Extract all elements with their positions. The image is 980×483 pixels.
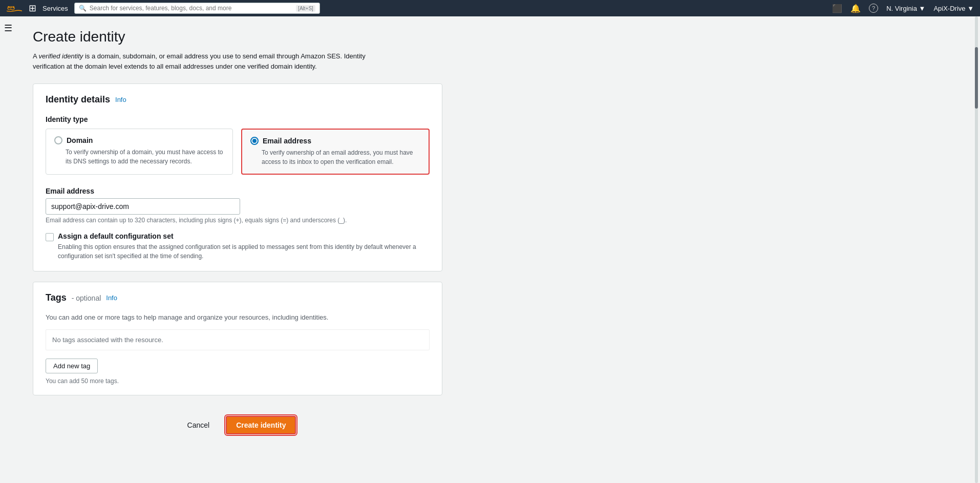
hamburger-icon: ☰ [4,23,12,33]
tags-description: You can add one or more tags to help man… [46,313,430,321]
email-radio-header: Email address [250,137,420,145]
grid-icon[interactable]: ⊞ [29,3,36,14]
email-radio-label: Email address [263,137,311,145]
identity-details-info-link[interactable]: Info [115,96,126,103]
config-set-checkbox[interactable] [46,233,54,241]
top-nav: aws ⊞ Services 🔍 [Alt+S] ⬛ 🔔 ? N. Virgin… [0,0,980,16]
domain-radio-button[interactable] [54,136,62,144]
tags-card: Tags - optional Info You can add one or … [33,282,442,395]
terminal-icon[interactable]: ⬛ [832,4,842,13]
domain-radio-desc: To verify ownership of a domain, you mus… [66,148,224,166]
search-icon: 🔍 [79,5,87,12]
svg-text:aws: aws [8,5,15,9]
cancel-button[interactable]: Cancel [179,417,218,433]
config-set-group: Assign a default configuration set Enabl… [46,232,430,261]
aws-logo[interactable]: aws [6,3,23,13]
footer-actions: Cancel Create identity [33,406,442,445]
email-address-hint: Email address can contain up to 320 char… [46,217,430,224]
tags-empty-message: No tags associated with the resource. [46,329,430,350]
bell-icon[interactable]: 🔔 [850,4,861,13]
help-icon[interactable]: ? [869,4,878,13]
config-set-label: Assign a default configuration set [58,232,430,240]
search-shortcut: [Alt+S] [296,5,315,12]
domain-radio-card[interactable]: Domain To verify ownership of a domain, … [46,129,233,175]
tags-info-link[interactable]: Info [106,294,117,302]
tags-hint: You can add 50 more tags. [46,377,430,385]
main-content: Create identity A verified identity is a… [16,16,980,483]
create-identity-button[interactable]: Create identity [226,416,296,434]
page-title: Create identity [33,29,964,45]
page-description: A verified identity is a domain, subdoma… [33,51,391,71]
email-address-group: Email address Email address can contain … [46,187,430,224]
account-menu[interactable]: ApiX-Drive ▼ [933,5,974,12]
identity-type-options: Domain To verify ownership of a domain, … [46,129,430,175]
email-address-label: Email address [46,187,430,195]
config-set-desc: Enabling this option ensures that the as… [58,242,430,261]
scroll-thumb[interactable] [975,47,978,109]
region-selector[interactable]: N. Virginia ▼ [886,5,925,12]
scrollbar[interactable] [973,16,980,483]
search-bar[interactable]: 🔍 [Alt+S] [74,3,320,14]
verified-identity-em: verified identity [39,52,83,60]
services-link[interactable]: Services [42,5,68,12]
add-tag-button[interactable]: Add new tag [46,359,98,373]
domain-radio-header: Domain [54,136,224,144]
identity-type-label: Identity type [46,115,430,123]
identity-details-card: Identity details Info Identity type Doma… [33,83,442,271]
email-radio-desc: To verify ownership of an email address,… [262,148,420,166]
sidebar-toggle[interactable]: ☰ [0,16,16,40]
config-set-text: Assign a default configuration set Enabl… [58,232,430,261]
email-address-input[interactable] [46,198,240,215]
identity-details-title: Identity details Info [46,94,430,105]
tags-card-title: Tags - optional Info [46,292,430,303]
nav-right: ⬛ 🔔 ? N. Virginia ▼ ApiX-Drive ▼ [832,4,974,13]
tags-optional-label: - optional [72,294,101,302]
search-input[interactable] [90,5,293,12]
email-radio-button[interactable] [250,137,259,145]
scroll-track [975,16,978,483]
email-radio-card[interactable]: Email address To verify ownership of an … [241,129,430,175]
domain-radio-label: Domain [67,136,93,144]
